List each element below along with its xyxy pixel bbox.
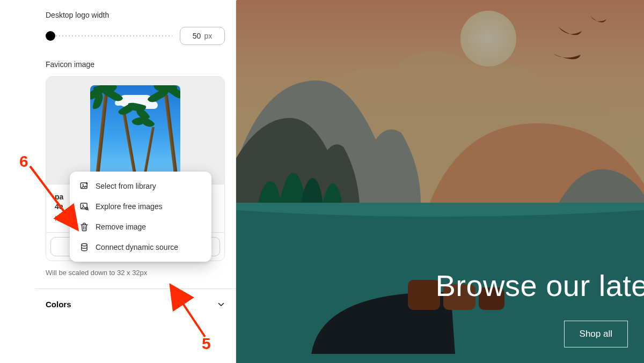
database-icon xyxy=(79,242,89,252)
favicon-label: Favicon image xyxy=(46,60,225,69)
favicon-preview[interactable] xyxy=(46,77,224,184)
logo-width-slider[interactable] xyxy=(46,31,172,41)
annotation-6-label: 6 xyxy=(19,152,28,171)
slider-thumb[interactable] xyxy=(46,31,55,41)
favicon-thumbnail xyxy=(90,85,180,175)
logo-width-value: 50 xyxy=(193,32,201,40)
menu-item-label: Connect dynamic source xyxy=(96,243,178,251)
theme-preview: Browse our late Shop all xyxy=(236,0,644,363)
menu-item-label: Remove image xyxy=(96,223,146,231)
chevron-down-icon xyxy=(217,301,225,308)
svg-point-5 xyxy=(82,243,87,246)
trash-icon xyxy=(79,222,89,232)
menu-connect-dynamic-source[interactable]: Connect dynamic source xyxy=(74,237,207,257)
menu-remove-image[interactable]: Remove image xyxy=(74,217,207,237)
logo-width-unit: px xyxy=(204,32,212,40)
shop-all-label: Shop all xyxy=(580,329,612,339)
shop-all-button[interactable]: Shop all xyxy=(564,321,628,347)
image-plus-icon xyxy=(79,181,89,191)
colors-section-toggle[interactable]: Colors xyxy=(35,289,236,320)
svg-point-3 xyxy=(83,205,84,206)
hero-heading: Browse our late xyxy=(435,268,644,303)
svg-point-1 xyxy=(83,184,84,186)
menu-select-from-library[interactable]: Select from library xyxy=(74,176,207,196)
annotation-5-label: 5 xyxy=(202,335,211,353)
logo-width-label: Desktop logo width xyxy=(46,11,225,19)
preview-dark-overlay xyxy=(236,0,644,363)
menu-item-label: Select from library xyxy=(96,182,156,190)
slider-track xyxy=(50,35,172,37)
image-search-icon xyxy=(79,202,89,211)
logo-width-input[interactable]: 50 px xyxy=(180,27,225,45)
favicon-scale-hint: Will be scaled down to 32 x 32px xyxy=(46,269,225,277)
menu-item-label: Explore free images xyxy=(96,202,163,211)
colors-label: Colors xyxy=(46,300,71,309)
change-image-menu: Select from library Explore free images … xyxy=(70,172,211,262)
menu-explore-free-images[interactable]: Explore free images xyxy=(74,196,207,217)
